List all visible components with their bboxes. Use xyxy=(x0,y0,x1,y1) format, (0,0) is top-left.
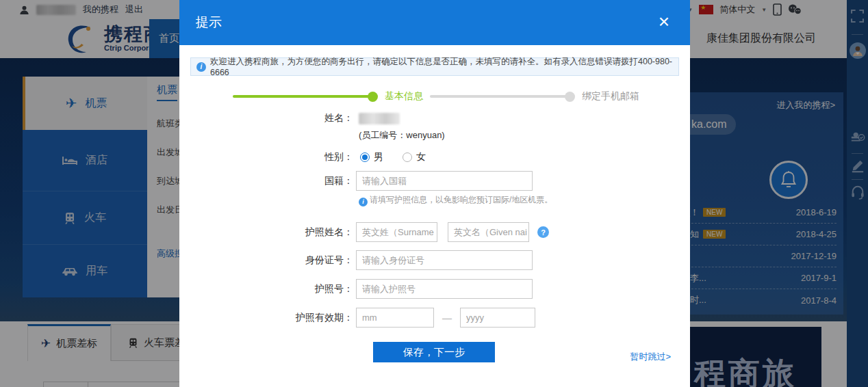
info-icon: i xyxy=(196,62,206,72)
passport-validity-row: 护照有效期： — xyxy=(179,308,535,328)
passport-validity-label: 护照有效期： xyxy=(179,312,356,324)
profile-modal: 提示 × i 欢迎进入携程商旅，为方便您的商务出行，请确定以下信息是否正确，未填… xyxy=(179,0,690,387)
close-icon[interactable]: × xyxy=(659,12,669,31)
skip-link[interactable]: 暂时跳过> xyxy=(630,351,671,363)
step-line-active xyxy=(233,95,369,98)
name-label: 姓名： xyxy=(179,112,356,124)
radio-female[interactable] xyxy=(403,152,412,162)
given-name-input[interactable] xyxy=(448,222,529,242)
nationality-label: 国籍： xyxy=(179,175,356,187)
step-label-bind-phone-email: 绑定手机邮箱 xyxy=(582,90,639,103)
help-question-icon[interactable]: ? xyxy=(537,226,549,238)
male-label[interactable]: 男 xyxy=(374,151,383,163)
id-number-input[interactable] xyxy=(356,250,533,270)
notice-text: 欢迎进入携程商旅，为方便您的商务出行，请确定以下信息是否正确，未填写的请补全。如… xyxy=(210,56,678,77)
date-range-dash: — xyxy=(442,312,452,323)
validity-year-input[interactable] xyxy=(460,308,535,328)
info-icon: i xyxy=(359,198,368,206)
gender-label: 性别： xyxy=(179,151,356,163)
screen: 我的携程 退出 6 ▼ ★ 简体中文 ▼ xyxy=(0,0,868,387)
modal-title: 提示 xyxy=(196,14,222,31)
step-dot-inactive xyxy=(565,92,575,102)
surname-input[interactable] xyxy=(356,222,437,242)
passport-name-label: 护照姓名： xyxy=(179,226,356,239)
passport-number-input[interactable] xyxy=(356,279,533,299)
passport-name-row: 护照姓名： ? xyxy=(179,222,549,242)
gender-row: 性别： 男 女 xyxy=(179,151,426,163)
id-number-label: 身份证号： xyxy=(179,254,356,267)
step-dot-active xyxy=(368,92,378,102)
radio-male[interactable] xyxy=(360,152,370,162)
id-number-row: 身份证号： xyxy=(179,250,533,270)
name-value-blurred xyxy=(359,113,400,124)
female-label[interactable]: 女 xyxy=(416,151,426,163)
name-row: 姓名： xyxy=(179,112,400,124)
employee-no: (员工编号：wenyuan) xyxy=(359,129,445,142)
save-next-button[interactable]: 保存，下一步 xyxy=(373,342,495,362)
step-label-basic-info: 基本信息 xyxy=(385,90,423,103)
passport-number-row: 护照号： xyxy=(179,279,533,299)
validity-month-input[interactable] xyxy=(356,308,434,328)
passport-hint: i请填写护照信息，以免影响您预订国际/地区机票。 xyxy=(359,194,561,206)
step-line-inactive xyxy=(430,95,566,98)
passport-number-label: 护照号： xyxy=(179,283,356,295)
notice-banner: i 欢迎进入携程商旅，为方便您的商务出行，请确定以下信息是否正确，未填写的请补全… xyxy=(190,57,679,76)
progress-steps: 基本信息 绑定手机邮箱 xyxy=(233,90,646,103)
nationality-input[interactable] xyxy=(356,171,533,191)
modal-header: 提示 × xyxy=(179,0,690,45)
nationality-row: 国籍： xyxy=(179,171,533,191)
